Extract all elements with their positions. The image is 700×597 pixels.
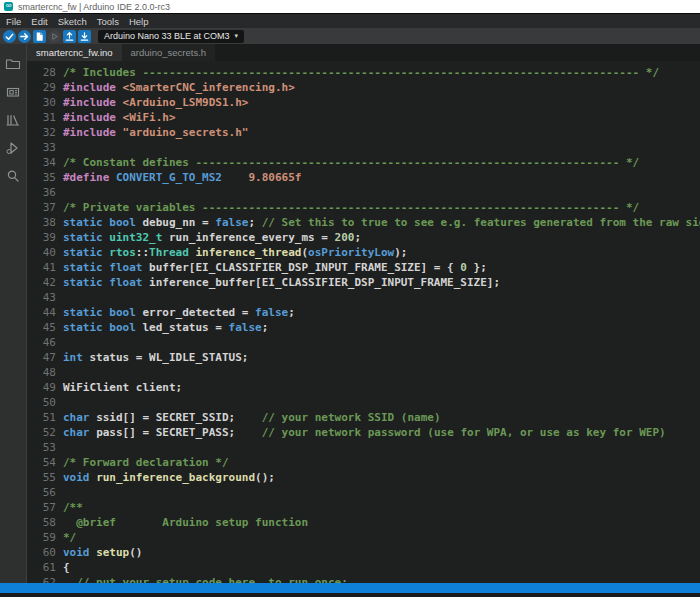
- toolbar: Arduino Nano 33 BLE at COM3 ▾: [0, 28, 700, 44]
- code-line[interactable]: 45static bool led_status = false;: [27, 320, 700, 335]
- code-line[interactable]: 54/* Forward declaration */: [27, 455, 700, 470]
- line-content: static uint32_t run_inference_every_ms =…: [56, 230, 361, 245]
- code-line[interactable]: 60void setup(): [27, 545, 700, 560]
- tab-smartercnc_fw.ino[interactable]: smartercnc_fw.ino: [27, 44, 122, 61]
- sidebar-item-sketchbook[interactable]: [5, 55, 22, 72]
- line-number: 44: [27, 305, 56, 320]
- code-line[interactable]: 48: [27, 365, 700, 380]
- import-binary-button[interactable]: [78, 30, 91, 43]
- code-line[interactable]: 37/* Private variables -----------------…: [27, 200, 700, 215]
- boards-manager-icon: [5, 84, 21, 100]
- line-content: @brief Arduino setup function: [56, 515, 308, 530]
- sidebar-item-boards-manager[interactable]: [5, 83, 22, 100]
- line-number: 43: [27, 290, 56, 305]
- code-line[interactable]: 29#include <SmarterCNC_inferencing.h>: [27, 80, 700, 95]
- code-line[interactable]: 44static bool error_detected = false;: [27, 305, 700, 320]
- code-line[interactable]: 30#include <Arduino_LSM9DS1.h>: [27, 95, 700, 110]
- code-line[interactable]: 32#include "arduino_secrets.h": [27, 125, 700, 140]
- debug-button[interactable]: [48, 30, 61, 43]
- code-line[interactable]: 50: [27, 395, 700, 410]
- line-number: 33: [27, 140, 56, 155]
- sidebar-item-debugger[interactable]: [5, 139, 22, 156]
- arduino-ide-window: smartercnc_fw | Arduino IDE 2.0.0-rc3 Fi…: [0, 0, 700, 597]
- code-line[interactable]: 47int status = WL_IDLE_STATUS;: [27, 350, 700, 365]
- code-line[interactable]: 55void run_inference_background();: [27, 470, 700, 485]
- new-sketch-button[interactable]: [33, 30, 46, 43]
- code-line[interactable]: 31#include <WiFi.h>: [27, 110, 700, 125]
- code-line[interactable]: 36: [27, 185, 700, 200]
- line-content: /* Forward declaration */: [56, 455, 229, 470]
- menu-help[interactable]: Help: [124, 16, 154, 27]
- line-number: 36: [27, 185, 56, 200]
- search-icon: [5, 168, 21, 184]
- code-line[interactable]: 43: [27, 290, 700, 305]
- document-icon: [34, 31, 45, 42]
- code-line[interactable]: 38static bool debug_nn = false; // Set t…: [27, 215, 700, 230]
- sidebar-item-library-manager[interactable]: [5, 111, 22, 128]
- line-content: int status = WL_IDLE_STATUS;: [56, 350, 248, 365]
- line-number: 50: [27, 395, 56, 410]
- code-line[interactable]: 34/* Constant defines ------------------…: [27, 155, 700, 170]
- code-line[interactable]: 61{: [27, 560, 700, 575]
- menu-file[interactable]: File: [1, 16, 26, 27]
- code-line[interactable]: 58 @brief Arduino setup function: [27, 515, 700, 530]
- upload-button[interactable]: [18, 30, 31, 43]
- ide-body: smartercnc_fw.inoarduino_secrets.h 28/* …: [0, 44, 700, 583]
- line-content: */: [56, 530, 76, 545]
- library-manager-icon: [5, 112, 21, 128]
- line-number: 42: [27, 275, 56, 290]
- line-content: #include <Arduino_LSM9DS1.h>: [56, 95, 248, 110]
- verify-button[interactable]: [3, 30, 16, 43]
- line-number: 55: [27, 470, 56, 485]
- line-number: 59: [27, 530, 56, 545]
- code-line[interactable]: 62 // put your setup code here, to run o…: [27, 575, 700, 583]
- code-line[interactable]: 57/**: [27, 500, 700, 515]
- menu-tools[interactable]: Tools: [92, 16, 124, 27]
- sidebar-item-search[interactable]: [5, 167, 22, 184]
- export-binary-button[interactable]: [63, 30, 76, 43]
- code-line[interactable]: 28/* Includes --------------------------…: [27, 65, 700, 80]
- window-bottom-edge: [0, 593, 700, 597]
- menu-edit[interactable]: Edit: [26, 16, 52, 27]
- line-content: [56, 440, 63, 455]
- code-line[interactable]: 53: [27, 440, 700, 455]
- code-line[interactable]: 49WiFiClient client;: [27, 380, 700, 395]
- board-selector[interactable]: Arduino Nano 33 BLE at COM3 ▾: [98, 30, 244, 43]
- code-line[interactable]: 52char pass[] = SECRET_PASS; // your net…: [27, 425, 700, 440]
- code-line[interactable]: 33: [27, 140, 700, 155]
- code-line[interactable]: 46: [27, 335, 700, 350]
- line-content: char pass[] = SECRET_PASS; // your netwo…: [56, 425, 666, 440]
- code-lines: 28/* Includes --------------------------…: [27, 65, 700, 583]
- line-content: void run_inference_background();: [56, 470, 275, 485]
- arrow-right-icon: [19, 31, 30, 42]
- line-number: 56: [27, 485, 56, 500]
- menu-sketch[interactable]: Sketch: [53, 16, 92, 27]
- code-line[interactable]: 59*/: [27, 530, 700, 545]
- line-number: 29: [27, 80, 56, 95]
- line-number: 61: [27, 560, 56, 575]
- code-line[interactable]: 56: [27, 485, 700, 500]
- line-number: 51: [27, 410, 56, 425]
- line-content: static rtos::Thread inference_thread(osP…: [56, 245, 407, 260]
- status-bar: [0, 583, 700, 593]
- code-line[interactable]: 51char ssid[] = SECRET_SSID; // your net…: [27, 410, 700, 425]
- code-line[interactable]: 40static rtos::Thread inference_thread(o…: [27, 245, 700, 260]
- code-line[interactable]: 39static uint32_t run_inference_every_ms…: [27, 230, 700, 245]
- code-line[interactable]: 42static float inference_buffer[EI_CLASS…: [27, 275, 700, 290]
- editor-main: smartercnc_fw.inoarduino_secrets.h 28/* …: [27, 44, 700, 583]
- arduino-app-icon: [4, 2, 13, 11]
- debug-play-icon: [49, 31, 60, 42]
- code-line[interactable]: 35#define CONVERT_G_TO_MS2 9.80665f: [27, 170, 700, 185]
- line-content: char ssid[] = SECRET_SSID; // your netwo…: [56, 410, 441, 425]
- code-editor[interactable]: 28/* Includes --------------------------…: [27, 61, 700, 583]
- line-content: /* Constant defines --------------------…: [56, 155, 639, 170]
- line-content: /* Private variables -------------------…: [56, 200, 639, 215]
- line-number: 28: [27, 65, 56, 80]
- board-selector-label: Arduino Nano 33 BLE at COM3: [104, 31, 230, 41]
- code-line[interactable]: 41static float buffer[EI_CLASSIFIER_DSP_…: [27, 260, 700, 275]
- line-number: 57: [27, 500, 56, 515]
- tab-arduino_secrets.h[interactable]: arduino_secrets.h: [122, 44, 216, 61]
- line-content: static float inference_buffer[EI_CLASSIF…: [56, 275, 500, 290]
- line-content: WiFiClient client;: [56, 380, 182, 395]
- line-content: #include "arduino_secrets.h": [56, 125, 248, 140]
